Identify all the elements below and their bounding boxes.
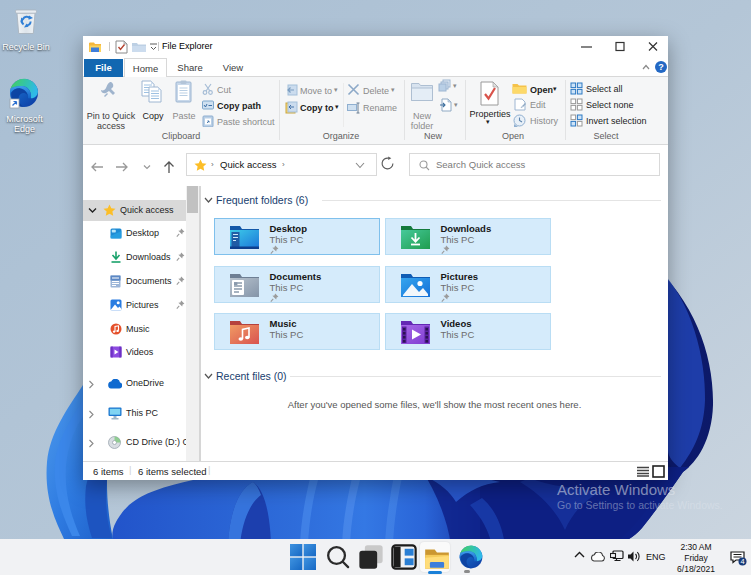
svg-text:4: 4 (740, 557, 744, 566)
